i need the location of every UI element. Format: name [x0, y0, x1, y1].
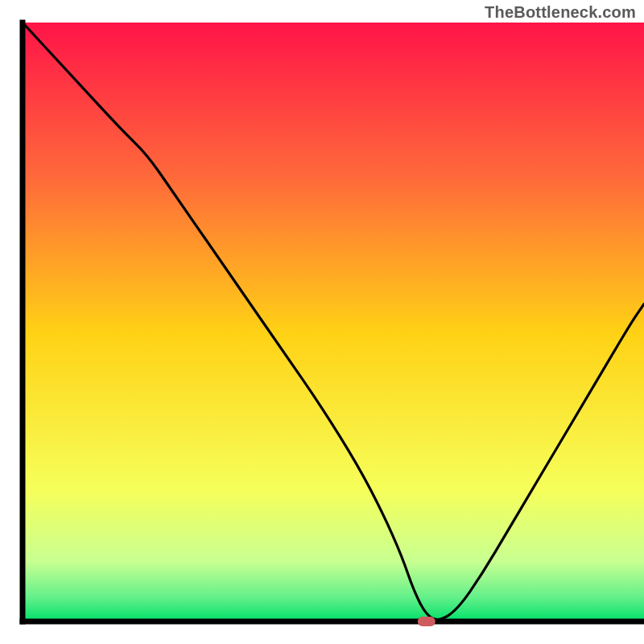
- bottleneck-chart: TheBottleneck.com: [0, 0, 644, 644]
- chart-svg: [0, 0, 644, 644]
- optimal-marker: [418, 617, 436, 626]
- plot-background: [23, 23, 644, 621]
- watermark-text: TheBottleneck.com: [485, 3, 636, 22]
